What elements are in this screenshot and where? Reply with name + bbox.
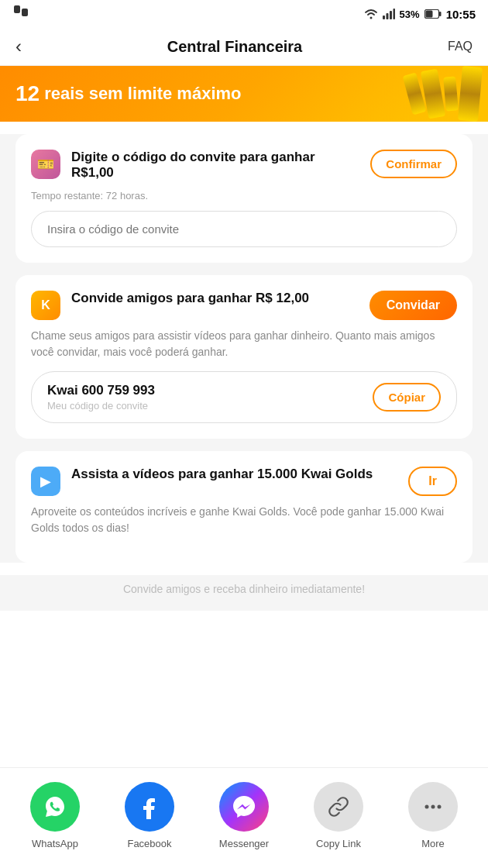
invite-friends-title: Convide amigos para ganhar R$ 12,00 bbox=[71, 291, 359, 306]
share-more[interactable]: More bbox=[390, 782, 476, 849]
messenger-icon bbox=[219, 782, 269, 832]
bottom-share-bar: WhatsApp Facebook Messenger Copy Link bbox=[0, 767, 488, 868]
svg-point-11 bbox=[438, 805, 442, 809]
watch-videos-title: Assista a vídeos para ganhar 15.000 Kwai… bbox=[71, 467, 397, 482]
svg-rect-2 bbox=[383, 16, 385, 19]
status-bar-left bbox=[12, 4, 29, 24]
more-label: More bbox=[421, 838, 445, 849]
banner-number: 12 bbox=[15, 81, 40, 106]
svg-rect-8 bbox=[425, 11, 432, 18]
time-text: 10:55 bbox=[446, 8, 476, 21]
share-copy-link[interactable]: Copy Link bbox=[296, 782, 381, 849]
invite-friends-card: K Convide amigos para ganhar R$ 12,00 Co… bbox=[15, 275, 473, 439]
svg-rect-4 bbox=[390, 11, 392, 19]
invite-friends-header: K Convide amigos para ganhar R$ 12,00 Co… bbox=[31, 291, 457, 320]
invite-code-box: Kwai 600 759 993 Meu código de convite C… bbox=[31, 371, 457, 423]
invite-friends-desc: Chame seus amigos para assistir vídeos p… bbox=[31, 328, 457, 360]
share-messenger[interactable]: Messenger bbox=[201, 782, 287, 849]
status-bar-right: 53% 10:55 bbox=[364, 8, 476, 21]
play-icon: ▶ bbox=[31, 467, 60, 496]
svg-rect-5 bbox=[393, 9, 395, 19]
banner-decoration bbox=[364, 66, 488, 122]
watch-videos-desc: Aproveite os conteúdos incríveis e ganhe… bbox=[31, 504, 457, 536]
svg-point-9 bbox=[425, 805, 429, 809]
svg-rect-7 bbox=[439, 12, 442, 16]
copy-button[interactable]: Cópiar bbox=[373, 383, 441, 412]
whatsapp-label: WhatsApp bbox=[32, 838, 78, 849]
back-button[interactable]: ‹ bbox=[15, 36, 22, 57]
banner-text: reais sem limite máximo bbox=[44, 84, 241, 104]
nav-header: ‹ Central Financeira FAQ bbox=[0, 28, 488, 66]
kwai-icon: K bbox=[31, 291, 60, 320]
share-bar: Convide amigos e receba dinheiro imediat… bbox=[0, 575, 488, 611]
timer-text: Tempo restante: 72 horas. bbox=[31, 190, 457, 202]
invite-code-input[interactable] bbox=[31, 211, 457, 247]
messenger-label: Messenger bbox=[219, 838, 269, 849]
promo-banner: 12 reais sem limite máximo bbox=[0, 66, 488, 122]
invite-code-card: 🎫 Digite o código do convite para ganhar… bbox=[15, 134, 473, 263]
copy-link-icon bbox=[314, 782, 363, 832]
page-title: Central Financeira bbox=[167, 38, 303, 56]
watch-videos-header: ▶ Assista a vídeos para ganhar 15.000 Kw… bbox=[31, 467, 457, 496]
go-button[interactable]: Ir bbox=[408, 467, 457, 496]
more-icon bbox=[408, 782, 458, 832]
invite-button[interactable]: Convidar bbox=[369, 291, 457, 320]
battery-text: 53% bbox=[400, 9, 420, 20]
invite-code-title: Digite o código do convite para ganhar R… bbox=[71, 150, 359, 181]
svg-rect-3 bbox=[386, 13, 388, 19]
invite-code-sublabel: Meu código de convite bbox=[47, 400, 155, 412]
confirm-button[interactable]: Confirmar bbox=[370, 150, 457, 178]
facebook-label: Facebook bbox=[127, 838, 171, 849]
share-whatsapp[interactable]: WhatsApp bbox=[12, 782, 98, 849]
ticket-icon: 🎫 bbox=[31, 150, 60, 179]
share-facebook[interactable]: Facebook bbox=[107, 782, 192, 849]
whatsapp-icon bbox=[30, 782, 80, 832]
faq-button[interactable]: FAQ bbox=[448, 40, 473, 53]
svg-rect-0 bbox=[14, 5, 20, 13]
status-bar: 53% 10:55 bbox=[0, 0, 488, 28]
invite-code-header: 🎫 Digite o código do convite para ganhar… bbox=[31, 150, 457, 181]
svg-rect-1 bbox=[22, 9, 28, 16]
invite-code-value: Kwai 600 759 993 bbox=[47, 383, 155, 398]
facebook-icon bbox=[125, 782, 174, 832]
copy-link-label: Copy Link bbox=[316, 838, 361, 849]
watch-videos-card: ▶ Assista a vídeos para ganhar 15.000 Kw… bbox=[15, 451, 473, 563]
svg-point-10 bbox=[431, 805, 435, 809]
main-content: 🎫 Digite o código do convite para ganhar… bbox=[0, 134, 488, 563]
share-bar-text: Convide amigos e receba dinheiro imediat… bbox=[15, 583, 473, 595]
